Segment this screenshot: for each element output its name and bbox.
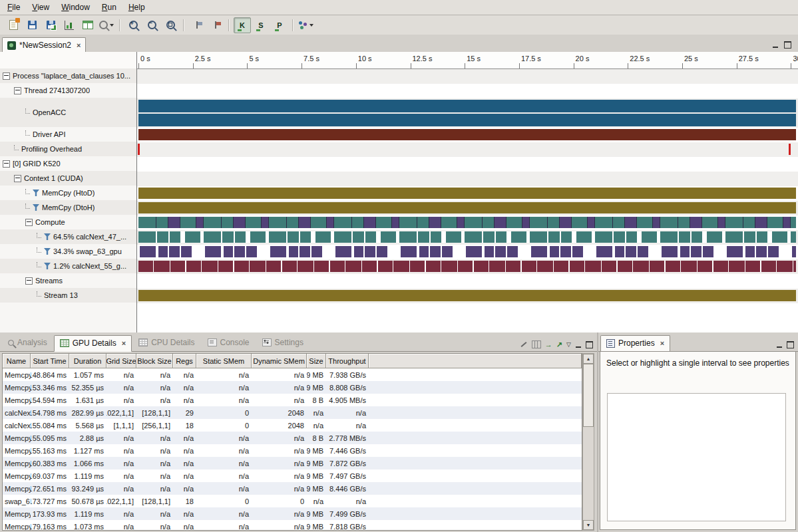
window-view-button[interactable] xyxy=(79,17,97,33)
column-header-duration[interactable]: Duration xyxy=(69,354,106,368)
timeline-bar-memcpy[interactable] xyxy=(138,188,796,199)
column-header-regs[interactable]: Regs xyxy=(173,354,196,368)
menu-help[interactable]: Help xyxy=(122,1,151,14)
zoom-fit-button[interactable] xyxy=(162,17,179,33)
minimize-icon[interactable] xyxy=(772,42,779,48)
timeline-tree-row[interactable]: 64.5% calcNext_47_... xyxy=(0,229,136,244)
timeline-tree-row[interactable]: MemCpy (DtoH) xyxy=(0,200,136,215)
maximize-icon[interactable] xyxy=(784,41,791,49)
analysis-menu-button[interactable] xyxy=(298,17,315,33)
table-row[interactable]: Memcpy169.037 ms1.119 msn/an/an/an/an/a9… xyxy=(3,469,582,482)
collapse-toggle-icon[interactable] xyxy=(3,72,10,80)
pen-icon[interactable] xyxy=(520,341,528,348)
column-header-block-size[interactable]: Block Size xyxy=(136,354,173,368)
toggle-p-button[interactable]: P xyxy=(271,17,288,33)
zoom-options-button[interactable] xyxy=(98,17,115,33)
column-header-size[interactable]: Size xyxy=(307,354,326,368)
minimize-icon[interactable] xyxy=(575,342,582,348)
menu-run[interactable]: Run xyxy=(96,1,122,14)
timeline-tree-row[interactable]: [0] GRID K520 xyxy=(0,156,136,171)
new-session-button[interactable] xyxy=(5,17,22,33)
collapse-toggle-icon[interactable] xyxy=(25,219,33,226)
timeline-bar-kernel-calcnext55[interactable] xyxy=(138,261,796,272)
toggle-s-button[interactable]: S xyxy=(252,17,270,33)
column-header-grid-size[interactable]: Grid Size xyxy=(106,354,136,368)
table-row[interactable]: Memcpy155.163 ms1.127 msn/an/an/an/an/a9… xyxy=(3,444,582,457)
session-tab[interactable]: *NewSession2 × xyxy=(2,37,86,53)
table-row[interactable]: calcNext155.084 ms5.568 µs[1,1,1][256,1,… xyxy=(3,419,582,432)
table-row[interactable]: Memcpy155.095 ms2.88 µsn/an/an/an/an/a8 … xyxy=(3,432,582,444)
marker-button[interactable] xyxy=(188,17,206,33)
timeline-bar-driver-api[interactable] xyxy=(138,129,796,140)
table-scrollbar[interactable]: ▲ ▼ xyxy=(582,353,594,531)
collapse-toggle-icon[interactable] xyxy=(3,160,10,168)
minimize-icon[interactable] xyxy=(776,342,783,348)
timeline-tree-row[interactable]: Process "laplace_data_clauses 10... xyxy=(0,68,136,83)
menu-view[interactable]: View xyxy=(26,1,55,14)
timeline-overhead-mark[interactable] xyxy=(789,144,791,155)
save-as-button[interactable] xyxy=(42,17,59,33)
column-header-static-smem[interactable]: Static SMem xyxy=(196,354,252,368)
scroll-down-icon[interactable]: ▼ xyxy=(583,520,594,530)
chart-view-button[interactable] xyxy=(61,17,78,33)
column-header-dynamic-smem[interactable]: Dynamic SMem xyxy=(252,354,307,368)
table-row[interactable]: Memcpy148.864 ms1.057 msn/an/an/an/an/a9… xyxy=(3,368,582,381)
column-header-start-time[interactable]: Start Time xyxy=(31,354,69,368)
save-session-button[interactable] xyxy=(23,17,41,33)
timeline-tree-row[interactable]: Driver API xyxy=(0,127,136,142)
close-icon[interactable]: × xyxy=(660,339,664,347)
timeline-ruler[interactable]: 0 s2.5 s5 s7.5 s10 s12.5 s15 s17.5 s20 s… xyxy=(137,52,798,69)
timeline-bar-openacc[interactable] xyxy=(138,114,796,126)
timeline-tree-row[interactable]: Stream 13 xyxy=(0,288,136,303)
maximize-icon[interactable] xyxy=(787,341,794,348)
tab-gpu-details[interactable]: GPU Details × xyxy=(54,335,132,352)
export-icon[interactable]: ↗ xyxy=(556,341,562,348)
timeline-tree-row[interactable]: 34.3% swap_63_gpu xyxy=(0,244,136,259)
timeline-tree-row[interactable]: Compute xyxy=(0,215,136,229)
collapse-toggle-icon[interactable] xyxy=(14,87,21,94)
tab-analysis[interactable]: Analysis xyxy=(2,334,53,351)
table-row[interactable]: Memcpy179.163 ms1.073 msn/an/an/an/an/a9… xyxy=(3,520,582,531)
timeline-bar-stream[interactable] xyxy=(138,290,796,301)
column-header-name[interactable]: Name xyxy=(3,354,31,368)
table-row[interactable]: Memcpy154.594 ms1.631 µsn/an/an/an/an/a8… xyxy=(3,394,582,406)
scroll-up-icon[interactable]: ▲ xyxy=(583,354,594,364)
timeline-bar-compute[interactable] xyxy=(138,217,796,228)
import-icon[interactable]: → xyxy=(545,341,552,348)
timeline-bar-kernel-swap[interactable] xyxy=(138,246,796,257)
tab-cpu-details[interactable]: CPU Details xyxy=(132,334,200,351)
timeline-tree-row[interactable]: 1.2% calcNext_55_g... xyxy=(0,259,136,273)
tab-settings[interactable]: Settings xyxy=(256,334,309,351)
collapse-toggle-icon[interactable] xyxy=(14,175,21,182)
table-row[interactable]: calcNext154.798 ms282.99 µs[1022,1,1][12… xyxy=(3,406,582,419)
table-row[interactable]: Memcpy160.383 ms1.066 msn/an/an/an/an/a9… xyxy=(3,457,582,469)
zoom-out-button[interactable] xyxy=(143,17,160,33)
collapse-toggle-icon[interactable] xyxy=(25,277,33,285)
toggle-k-button[interactable]: K xyxy=(234,17,251,33)
close-icon[interactable]: × xyxy=(122,339,126,347)
timeline-tree-row[interactable]: Streams xyxy=(0,273,136,288)
menu-window[interactable]: Window xyxy=(55,1,96,14)
close-icon[interactable]: × xyxy=(77,41,81,49)
table-row[interactable]: Memcpy172.651 ms93.249 µsn/an/an/an/an/a… xyxy=(3,482,582,495)
table-row[interactable]: Memcpy153.346 ms52.355 µsn/an/an/an/an/a… xyxy=(3,381,582,394)
timeline-bar-memcpy[interactable] xyxy=(138,202,796,213)
columns-icon[interactable] xyxy=(532,340,541,348)
timeline-tree-row[interactable]: OpenACC xyxy=(0,98,136,127)
timeline-bar-openacc[interactable] xyxy=(138,100,796,112)
zoom-in-button[interactable] xyxy=(124,17,142,33)
column-header-throughput[interactable]: Throughput xyxy=(326,354,369,368)
view-menu-icon[interactable]: ▽ xyxy=(566,341,571,348)
timeline-tree-row[interactable]: MemCpy (HtoD) xyxy=(0,186,136,200)
scrollbar-thumb[interactable] xyxy=(583,364,594,427)
table-row[interactable]: swap_6173.727 ms50.678 µs[1022,1,1][128,… xyxy=(3,495,582,507)
table-row[interactable]: Memcpy173.93 ms1.119 msn/an/an/an/an/a9 … xyxy=(3,507,582,520)
timeline-tree-row[interactable]: Context 1 (CUDA) xyxy=(0,171,136,186)
tab-console[interactable]: Console xyxy=(202,334,256,351)
timeline-overhead-mark[interactable] xyxy=(138,144,140,155)
timeline-tree-row[interactable]: Profiling Overhead xyxy=(0,142,136,156)
timeline-tree-row[interactable]: Thread 2741307200 xyxy=(0,83,136,98)
maximize-icon[interactable] xyxy=(586,341,593,348)
timeline-bar-kernel-calcnext[interactable] xyxy=(138,231,796,243)
menu-file[interactable]: File xyxy=(1,1,26,14)
